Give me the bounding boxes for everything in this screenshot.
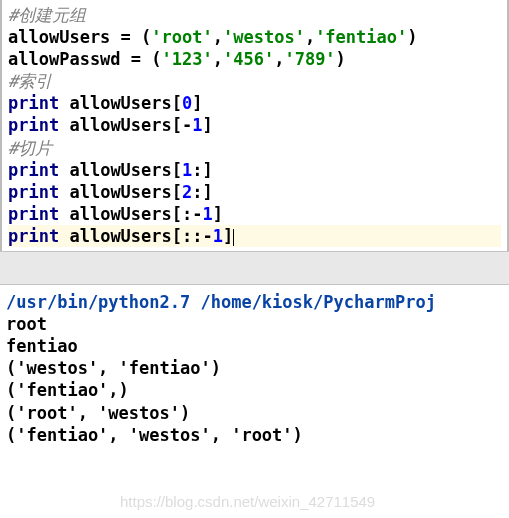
code-line: print allowUsers[1:] [8, 159, 501, 181]
console-command: /usr/bin/python2.7 /home/kiosk/PycharmPr… [6, 291, 503, 313]
console-output: ('fentiao',) [6, 379, 503, 401]
code-line-active: print allowUsers[::-1] [8, 225, 501, 247]
console-output: ('root', 'westos') [6, 402, 503, 424]
output-console[interactable]: /usr/bin/python2.7 /home/kiosk/PycharmPr… [0, 285, 509, 452]
comment: #切片 [8, 138, 52, 158]
console-output: fentiao [6, 335, 503, 357]
code-editor[interactable]: #创建元组 allowUsers = ('root','westos','fen… [0, 0, 509, 251]
code-line: allowUsers = ('root','westos','fentiao') [8, 26, 501, 48]
code-line: allowPasswd = ('123','456','789') [8, 48, 501, 70]
console-output: ('westos', 'fentiao') [6, 357, 503, 379]
console-output: ('fentiao', 'westos', 'root') [6, 424, 503, 446]
watermark-text: https://blog.csdn.net/weixin_42711549 [120, 493, 375, 510]
code-line: #切片 [8, 137, 501, 159]
code-line: #索引 [8, 70, 501, 92]
code-line: print allowUsers[2:] [8, 181, 501, 203]
comment: #索引 [8, 71, 52, 91]
code-line: print allowUsers[0] [8, 92, 501, 114]
code-line: #创建元组 [8, 4, 501, 26]
cursor-caret [233, 229, 234, 246]
code-line: print allowUsers[-1] [8, 114, 501, 136]
pane-divider[interactable] [0, 251, 509, 285]
code-line: print allowUsers[:-1] [8, 203, 501, 225]
console-output: root [6, 313, 503, 335]
comment: #创建元组 [8, 5, 86, 25]
